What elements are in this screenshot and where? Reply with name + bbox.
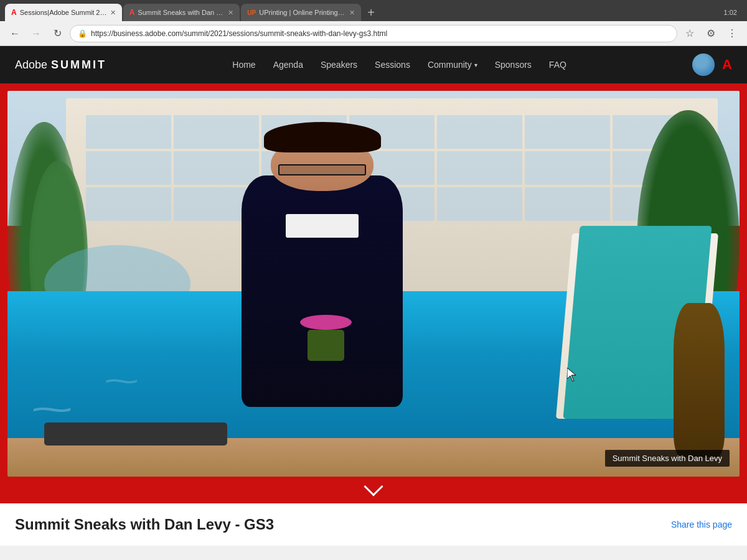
window-time: 1:02 <box>724 9 742 16</box>
community-dropdown-icon: ▾ <box>474 62 477 68</box>
hero-image-container: ~ ~ <box>7 91 740 477</box>
tab-sessions-adobe[interactable]: A Sessions|Adobe Summit 2021 ✕ <box>5 4 122 21</box>
extensions-button[interactable]: ⚙ <box>702 25 720 42</box>
nav-sponsors[interactable]: Sponsors <box>495 60 532 70</box>
tab2-favicon: A <box>129 8 135 17</box>
website-content: Adobe SUMMIT Home Agenda Speakers Sessio… <box>0 46 747 546</box>
tab1-favicon: A <box>11 8 17 17</box>
nav-faq[interactable]: FAQ <box>549 60 566 70</box>
tab3-close[interactable]: ✕ <box>349 9 355 17</box>
nav-links: Home Agenda Speakers Sessions Community … <box>232 60 566 70</box>
summit-logo[interactable]: Adobe SUMMIT <box>15 58 106 72</box>
bottom-section: Summit Sneaks with Dan Levy - GS3 Share … <box>0 503 747 546</box>
adobe-icon: A <box>722 57 732 73</box>
avatar[interactable] <box>692 54 715 76</box>
tab2-label: Summit Sneaks with Dan Levy: G <box>138 9 225 16</box>
hero-image: ~ ~ <box>7 91 740 477</box>
scroll-indicator[interactable] <box>7 477 740 496</box>
cursor <box>567 368 578 384</box>
tab1-label: Sessions|Adobe Summit 2021 <box>20 9 107 16</box>
bookmark-button[interactable]: ☆ <box>681 25 698 42</box>
tab1-close[interactable]: ✕ <box>110 9 116 17</box>
image-caption: Summit Sneaks with Dan Levy <box>605 450 730 467</box>
share-link[interactable]: Share this page <box>671 520 732 530</box>
nav-community[interactable]: Community ▾ <box>428 60 477 70</box>
tab-summit-sneaks[interactable]: A Summit Sneaks with Dan Levy: G ✕ <box>123 4 240 21</box>
address-bar[interactable]: 🔒 https://business.adobe.com/summit/2021… <box>70 25 677 42</box>
summit-logo-text: SUMMIT <box>51 58 106 72</box>
nav-agenda[interactable]: Agenda <box>273 60 303 70</box>
browser-chrome: A Sessions|Adobe Summit 2021 ✕ A Summit … <box>0 0 747 46</box>
chevron-down-icon[interactable] <box>364 477 383 496</box>
new-tab-button[interactable]: + <box>362 6 380 19</box>
url-text: https://business.adobe.com/summit/2021/s… <box>91 29 387 38</box>
session-title: Summit Sneaks with Dan Levy - GS3 <box>15 516 274 533</box>
hero-section: ~ ~ <box>0 83 747 503</box>
nav-right: A <box>692 54 732 76</box>
tab2-close[interactable]: ✕ <box>228 9 233 17</box>
nav-speakers[interactable]: Speakers <box>321 60 357 70</box>
forward-button[interactable]: → <box>27 25 45 42</box>
menu-button[interactable]: ⋮ <box>723 25 741 42</box>
tabs-bar: A Sessions|Adobe Summit 2021 ✕ A Summit … <box>0 0 747 21</box>
tab-uprinting[interactable]: UP UPrinting | Online Printing Comp... ✕ <box>241 4 361 21</box>
nav-home[interactable]: Home <box>232 60 255 70</box>
tab3-label: UPrinting | Online Printing Comp... <box>259 9 346 16</box>
svg-marker-0 <box>567 368 576 381</box>
refresh-button[interactable]: ↻ <box>49 25 66 42</box>
lock-icon: 🔒 <box>78 29 87 38</box>
tab3-favicon: UP <box>247 9 256 16</box>
back-button[interactable]: ← <box>6 25 24 42</box>
browser-toolbar: ← → ↻ 🔒 https://business.adobe.com/summi… <box>0 21 747 46</box>
nav-sessions[interactable]: Sessions <box>375 60 410 70</box>
adobe-logo-text: Adobe <box>15 58 47 72</box>
summit-navbar: Adobe SUMMIT Home Agenda Speakers Sessio… <box>0 46 747 83</box>
